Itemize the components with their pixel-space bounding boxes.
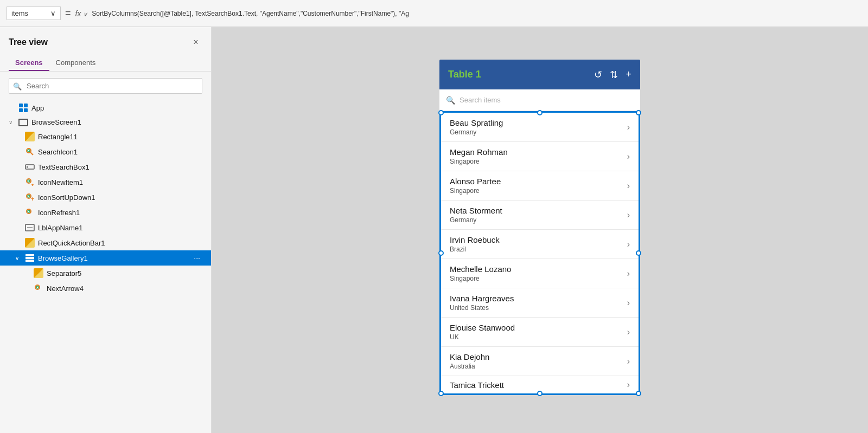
gallery-item-country-7: UK xyxy=(450,333,623,341)
gallery-item-name-4: Irvin Roebuck xyxy=(450,235,623,244)
handle-mid-left[interactable] xyxy=(438,250,444,256)
svg-rect-1 xyxy=(24,104,28,107)
gallery-item-country-4: Brazil xyxy=(450,245,623,253)
tree-item-browsescreen1[interactable]: ∨ BrowseScreen1 xyxy=(0,115,211,129)
tree-item-lblappname1[interactable]: LblAppName1 xyxy=(0,220,211,235)
gallery-item-3[interactable]: Neta Storment Germany › xyxy=(441,201,639,230)
app-search-bar: 🔍 Search items xyxy=(439,89,640,111)
gallery-item-4[interactable]: Irvin Roebuck Brazil › xyxy=(441,230,639,259)
tree-item-iconrefresh1[interactable]: IconRefresh1 xyxy=(0,205,211,220)
tree-item-iconnewitem1-label: IconNewItem1 xyxy=(38,178,83,186)
expand-arrow-browse: ∨ xyxy=(9,119,15,125)
tree-item-searchicon1-label: SearchIcon1 xyxy=(38,148,78,156)
close-button[interactable]: × xyxy=(189,36,202,49)
more-options-button[interactable]: ··· xyxy=(192,254,202,262)
gallery-item-content-6: Ivana Hargreaves United States xyxy=(450,294,623,312)
formula-bar: items ∨ = fx ∨ SortByColumns(Search([@Ta… xyxy=(0,0,868,27)
gallery-item-name-6: Ivana Hargreaves xyxy=(450,294,623,303)
tree-item-iconnewitem1[interactable]: IconNewItem1 xyxy=(0,175,211,190)
gallery-item-6[interactable]: Ivana Hargreaves United States › xyxy=(441,288,639,318)
gallery-icon xyxy=(25,253,35,263)
tree-item-textsearchbox1-label: TextSearchBox1 xyxy=(38,163,90,171)
tree-item-nextarrow4[interactable]: NextArrow4 xyxy=(0,281,211,296)
handle-bot-mid[interactable] xyxy=(537,391,542,396)
gallery-item-name-5: Mechelle Lozano xyxy=(450,264,623,274)
gallery-item-0[interactable]: Beau Spratling Germany › xyxy=(441,113,639,142)
tree-item-browsescreen1-label: BrowseScreen1 xyxy=(31,118,81,126)
component-icon-newitem xyxy=(25,177,35,187)
svg-rect-3 xyxy=(24,108,28,112)
handle-top-right[interactable] xyxy=(636,110,641,115)
main-content: Tree view × Screens Components 🔍 xyxy=(0,27,868,433)
gallery-item-country-5: Singapore xyxy=(450,275,623,282)
svg-point-15 xyxy=(28,195,30,197)
tree-item-lblappname1-label: LblAppName1 xyxy=(38,224,82,232)
gallery-item-content-5: Mechelle Lozano Singapore xyxy=(450,264,623,282)
items-dropdown[interactable]: items ∨ xyxy=(7,7,61,20)
sort-icon[interactable]: ⇅ xyxy=(610,69,618,81)
tree-item-browsegallery1[interactable]: ∨ BrowseGallery1 ··· xyxy=(0,250,211,266)
tree-item-app-label: App xyxy=(31,104,44,112)
browsegallery1[interactable]: Beau Spratling Germany › Megan Rohman Si… xyxy=(439,111,640,395)
tree-item-rectquickactionbar1[interactable]: RectQuickActionBar1 xyxy=(0,235,211,250)
app-icon xyxy=(18,103,28,113)
textbox-icon xyxy=(25,162,35,172)
gallery-item-content-3: Neta Storment Germany xyxy=(450,206,623,224)
canvas-area: Table 1 ↺ ⇅ + 🔍 Search items xyxy=(212,27,868,433)
gallery-item-5[interactable]: Mechelle Lozano Singapore › xyxy=(441,259,639,288)
chevron-icon-5: › xyxy=(627,269,630,279)
tab-screens[interactable]: Screens xyxy=(9,55,49,71)
rectangle-icon xyxy=(25,132,35,141)
handle-top-mid[interactable] xyxy=(537,110,542,115)
gallery-item-7[interactable]: Elouise Stanwood UK › xyxy=(441,318,639,347)
svg-rect-2 xyxy=(19,108,23,112)
handle-mid-right[interactable] xyxy=(636,250,641,256)
svg-rect-23 xyxy=(25,260,34,262)
gallery-item-2[interactable]: Alonso Partee Singapore › xyxy=(441,171,639,201)
svg-point-10 xyxy=(27,179,31,183)
tree-item-rectangle11[interactable]: Rectangle11 xyxy=(0,129,211,144)
svg-point-6 xyxy=(28,150,30,152)
svg-line-5 xyxy=(30,152,33,155)
search-icon: 🔍 xyxy=(13,82,22,90)
gallery-item-country-6: United States xyxy=(450,304,623,312)
gallery-item-country-3: Germany xyxy=(450,216,623,224)
gallery-item-1[interactable]: Megan Rohman Singapore › xyxy=(441,142,639,171)
tree-item-iconsortupdown1[interactable]: IconSortUpDown1 xyxy=(0,190,211,205)
gallery-item-name-1: Megan Rohman xyxy=(450,147,623,157)
gallery-item-8[interactable]: Kia Dejohn Australia › xyxy=(441,347,639,376)
tree-item-separator5[interactable]: Separator5 xyxy=(0,266,211,281)
items-dropdown-label: items xyxy=(11,9,28,17)
search-placeholder: Search items xyxy=(459,96,501,104)
expand-arrow-gallery: ∨ xyxy=(15,255,22,261)
app-preview: Table 1 ↺ ⇅ + 🔍 Search items xyxy=(439,60,640,395)
tree-item-browsegallery1-label: BrowseGallery1 xyxy=(38,254,88,262)
gallery-item-country-0: Germany xyxy=(450,128,623,136)
search-input[interactable] xyxy=(9,78,202,94)
tree-item-app[interactable]: App xyxy=(0,100,211,115)
chevron-icon-2: › xyxy=(627,181,630,191)
tree-item-rectangle11-label: Rectangle11 xyxy=(38,133,78,141)
handle-top-left[interactable] xyxy=(438,110,444,115)
gallery-item-content-8: Kia Dejohn Australia xyxy=(450,352,623,370)
svg-point-24 xyxy=(35,285,40,289)
gallery-item-country-8: Australia xyxy=(450,363,623,370)
rectangle-icon-3 xyxy=(34,268,43,278)
label-icon xyxy=(25,223,35,232)
tree-item-textsearchbox1[interactable]: TextSearchBox1 xyxy=(0,159,211,175)
component-icon-searchicon xyxy=(25,147,35,157)
svg-point-18 xyxy=(28,210,30,212)
gallery-item-country-1: Singapore xyxy=(450,158,623,165)
chevron-icon-7: › xyxy=(627,327,630,337)
gallery-item-name-3: Neta Storment xyxy=(450,206,623,215)
svg-rect-22 xyxy=(25,257,34,259)
tab-components[interactable]: Components xyxy=(49,55,103,71)
add-icon[interactable]: + xyxy=(626,69,631,80)
gallery-item-name-8: Kia Dejohn xyxy=(450,352,623,361)
handle-bot-left[interactable] xyxy=(438,391,444,396)
chevron-icon-3: › xyxy=(627,210,630,220)
gallery-item-name-7: Elouise Stanwood xyxy=(450,323,623,332)
tree-item-searchicon1[interactable]: SearchIcon1 xyxy=(0,144,211,159)
refresh-icon[interactable]: ↺ xyxy=(594,69,602,81)
handle-bot-right[interactable] xyxy=(636,391,641,396)
